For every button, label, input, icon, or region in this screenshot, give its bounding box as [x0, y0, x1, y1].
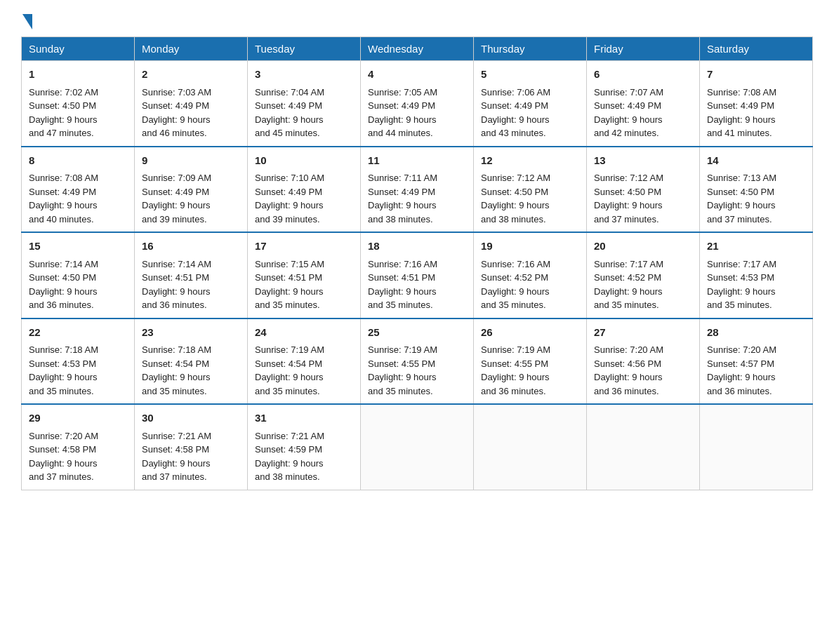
day-number: 16 [142, 239, 240, 255]
calendar-cell [361, 404, 474, 490]
day-number: 29 [29, 410, 127, 427]
calendar-cell: 4Sunrise: 7:05 AMSunset: 4:49 PMDaylight… [361, 61, 474, 147]
day-number: 18 [368, 239, 466, 255]
calendar-cell: 29Sunrise: 7:20 AMSunset: 4:58 PMDayligh… [22, 404, 135, 490]
calendar-cell: 11Sunrise: 7:11 AMSunset: 4:49 PMDayligh… [361, 147, 474, 233]
day-info: Sunrise: 7:15 AMSunset: 4:51 PMDaylight:… [255, 257, 353, 312]
calendar-cell: 2Sunrise: 7:03 AMSunset: 4:49 PMDaylight… [135, 61, 248, 147]
day-info: Sunrise: 7:09 AMSunset: 4:49 PMDaylight:… [142, 171, 240, 226]
day-info: Sunrise: 7:03 AMSunset: 4:49 PMDaylight:… [142, 86, 240, 140]
calendar-cell: 3Sunrise: 7:04 AMSunset: 4:49 PMDaylight… [248, 61, 361, 147]
day-number: 1 [29, 67, 127, 83]
calendar-cell: 26Sunrise: 7:19 AMSunset: 4:55 PMDayligh… [474, 318, 587, 405]
day-number: 27 [594, 325, 692, 341]
calendar-cell: 5Sunrise: 7:06 AMSunset: 4:49 PMDaylight… [474, 61, 587, 147]
day-number: 3 [255, 67, 353, 83]
day-info: Sunrise: 7:20 AMSunset: 4:58 PMDaylight:… [29, 429, 127, 484]
day-info: Sunrise: 7:17 AMSunset: 4:52 PMDaylight:… [594, 257, 692, 312]
calendar-cell: 10Sunrise: 7:10 AMSunset: 4:49 PMDayligh… [248, 147, 361, 233]
calendar-cell: 19Sunrise: 7:16 AMSunset: 4:52 PMDayligh… [474, 232, 587, 318]
day-info: Sunrise: 7:14 AMSunset: 4:51 PMDaylight:… [142, 257, 240, 312]
calendar-cell: 7Sunrise: 7:08 AMSunset: 4:49 PMDaylight… [700, 61, 813, 147]
calendar-cell: 31Sunrise: 7:21 AMSunset: 4:59 PMDayligh… [248, 404, 361, 490]
day-number: 6 [594, 67, 692, 83]
calendar-cell: 27Sunrise: 7:20 AMSunset: 4:56 PMDayligh… [587, 318, 700, 405]
day-info: Sunrise: 7:19 AMSunset: 4:55 PMDaylight:… [481, 343, 579, 398]
day-info: Sunrise: 7:08 AMSunset: 4:49 PMDaylight:… [707, 86, 805, 140]
day-number: 11 [368, 153, 466, 169]
day-info: Sunrise: 7:19 AMSunset: 4:55 PMDaylight:… [368, 343, 466, 398]
day-number: 15 [29, 239, 127, 255]
day-info: Sunrise: 7:12 AMSunset: 4:50 PMDaylight:… [481, 171, 579, 226]
calendar-cell [700, 404, 813, 490]
calendar-cell: 20Sunrise: 7:17 AMSunset: 4:52 PMDayligh… [587, 232, 700, 318]
day-info: Sunrise: 7:14 AMSunset: 4:50 PMDaylight:… [29, 257, 127, 312]
day-of-week-monday: Monday [135, 37, 248, 61]
day-number: 14 [707, 153, 805, 169]
day-info: Sunrise: 7:11 AMSunset: 4:49 PMDaylight:… [368, 171, 466, 226]
calendar-cell [474, 404, 587, 490]
day-of-week-sunday: Sunday [22, 37, 135, 61]
day-number: 26 [481, 325, 579, 341]
day-number: 4 [368, 67, 466, 83]
day-info: Sunrise: 7:18 AMSunset: 4:54 PMDaylight:… [142, 343, 240, 398]
calendar-cell: 21Sunrise: 7:17 AMSunset: 4:53 PMDayligh… [700, 232, 813, 318]
calendar-cell: 14Sunrise: 7:13 AMSunset: 4:50 PMDayligh… [700, 147, 813, 233]
day-info: Sunrise: 7:19 AMSunset: 4:54 PMDaylight:… [255, 343, 353, 398]
day-number: 30 [142, 410, 240, 427]
day-of-week-tuesday: Tuesday [248, 37, 361, 61]
day-number: 19 [481, 239, 579, 255]
day-info: Sunrise: 7:06 AMSunset: 4:49 PMDaylight:… [481, 86, 579, 140]
day-number: 8 [29, 153, 127, 169]
calendar-cell: 1Sunrise: 7:02 AMSunset: 4:50 PMDaylight… [22, 61, 135, 147]
day-number: 24 [255, 325, 353, 341]
calendar-table: SundayMondayTuesdayWednesdayThursdayFrid… [21, 36, 813, 490]
week-row-1: 1Sunrise: 7:02 AMSunset: 4:50 PMDaylight… [22, 61, 813, 147]
calendar-cell: 6Sunrise: 7:07 AMSunset: 4:49 PMDaylight… [587, 61, 700, 147]
day-of-week-saturday: Saturday [700, 37, 813, 61]
page-header [21, 14, 813, 29]
day-info: Sunrise: 7:17 AMSunset: 4:53 PMDaylight:… [707, 257, 805, 312]
day-info: Sunrise: 7:20 AMSunset: 4:57 PMDaylight:… [707, 343, 805, 398]
day-number: 23 [142, 325, 240, 341]
calendar-cell [587, 404, 700, 490]
week-row-5: 29Sunrise: 7:20 AMSunset: 4:58 PMDayligh… [22, 404, 813, 490]
day-info: Sunrise: 7:13 AMSunset: 4:50 PMDaylight:… [707, 171, 805, 226]
day-info: Sunrise: 7:18 AMSunset: 4:53 PMDaylight:… [29, 343, 127, 398]
days-of-week-row: SundayMondayTuesdayWednesdayThursdayFrid… [22, 37, 813, 61]
day-number: 2 [142, 67, 240, 83]
day-of-week-friday: Friday [587, 37, 700, 61]
day-info: Sunrise: 7:05 AMSunset: 4:49 PMDaylight:… [368, 86, 466, 140]
day-info: Sunrise: 7:16 AMSunset: 4:52 PMDaylight:… [481, 257, 579, 312]
logo-arrow-icon [22, 14, 32, 29]
calendar-cell: 15Sunrise: 7:14 AMSunset: 4:50 PMDayligh… [22, 232, 135, 318]
calendar-cell: 18Sunrise: 7:16 AMSunset: 4:51 PMDayligh… [361, 232, 474, 318]
calendar-cell: 24Sunrise: 7:19 AMSunset: 4:54 PMDayligh… [248, 318, 361, 405]
calendar-cell: 23Sunrise: 7:18 AMSunset: 4:54 PMDayligh… [135, 318, 248, 405]
calendar-cell: 22Sunrise: 7:18 AMSunset: 4:53 PMDayligh… [22, 318, 135, 405]
calendar-cell: 28Sunrise: 7:20 AMSunset: 4:57 PMDayligh… [700, 318, 813, 405]
day-number: 13 [594, 153, 692, 169]
calendar-cell: 30Sunrise: 7:21 AMSunset: 4:58 PMDayligh… [135, 404, 248, 490]
day-number: 10 [255, 153, 353, 169]
day-number: 21 [707, 239, 805, 255]
day-of-week-wednesday: Wednesday [361, 37, 474, 61]
calendar-cell: 9Sunrise: 7:09 AMSunset: 4:49 PMDaylight… [135, 147, 248, 233]
day-number: 20 [594, 239, 692, 255]
week-row-3: 15Sunrise: 7:14 AMSunset: 4:50 PMDayligh… [22, 232, 813, 318]
day-info: Sunrise: 7:04 AMSunset: 4:49 PMDaylight:… [255, 86, 353, 140]
day-number: 5 [481, 67, 579, 83]
day-info: Sunrise: 7:20 AMSunset: 4:56 PMDaylight:… [594, 343, 692, 398]
day-info: Sunrise: 7:07 AMSunset: 4:49 PMDaylight:… [594, 86, 692, 140]
day-number: 7 [707, 67, 805, 83]
week-row-4: 22Sunrise: 7:18 AMSunset: 4:53 PMDayligh… [22, 318, 813, 405]
day-number: 28 [707, 325, 805, 341]
calendar-cell: 25Sunrise: 7:19 AMSunset: 4:55 PMDayligh… [361, 318, 474, 405]
day-number: 17 [255, 239, 353, 255]
day-number: 9 [142, 153, 240, 169]
calendar-cell: 17Sunrise: 7:15 AMSunset: 4:51 PMDayligh… [248, 232, 361, 318]
day-number: 12 [481, 153, 579, 169]
week-row-2: 8Sunrise: 7:08 AMSunset: 4:49 PMDaylight… [22, 147, 813, 233]
calendar-cell: 16Sunrise: 7:14 AMSunset: 4:51 PMDayligh… [135, 232, 248, 318]
day-info: Sunrise: 7:12 AMSunset: 4:50 PMDaylight:… [594, 171, 692, 226]
